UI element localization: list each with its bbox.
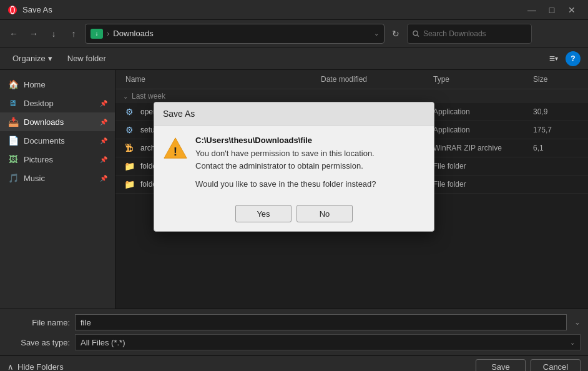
forward-button[interactable]: → <box>25 25 42 42</box>
search-box[interactable] <box>407 24 532 44</box>
sidebar-desktop-label: Desktop <box>24 99 95 108</box>
opera-icon <box>7 5 17 15</box>
desktop-pin-icon: 📌 <box>100 100 107 107</box>
save-type-value: All Files (*.*) <box>81 338 125 347</box>
app-icon: ⚙ <box>123 124 135 136</box>
maximize-button[interactable]: □ <box>543 4 561 16</box>
file-type: Application <box>431 107 531 116</box>
title-bar: Save As — □ ✕ <box>0 0 588 20</box>
hide-folders-chevron: ∧ <box>7 362 14 371</box>
sidebar-music-label: Music <box>24 174 95 183</box>
file-name-row: File name: ⌄ <box>7 314 581 330</box>
col-type[interactable]: Type <box>431 72 531 86</box>
music-pin-icon: 📌 <box>100 175 107 182</box>
view-arrow: ▾ <box>555 55 558 62</box>
file-name-label: File name: <box>7 318 70 327</box>
save-type-label: Save as type: <box>7 338 70 347</box>
section-label: Last week <box>132 92 165 101</box>
sidebar-item-documents[interactable]: 📄 Documents 📌 <box>0 131 115 150</box>
zip-icon: 🗜 <box>123 142 135 154</box>
close-button[interactable]: ✕ <box>563 4 581 16</box>
downloads-pin-icon: 📌 <box>100 119 107 126</box>
app-icon: ⚙ <box>123 106 135 118</box>
file-size: 175,7 <box>531 126 581 134</box>
help-button[interactable]: ? <box>566 51 581 66</box>
search-icon <box>413 30 419 37</box>
sidebar-downloads-label: Downloads <box>24 117 95 127</box>
address-folder-icon: ↓ <box>91 29 103 39</box>
cancel-button[interactable]: Cancel <box>531 359 581 372</box>
file-type: Application <box>431 126 531 134</box>
sidebar-home-label: Home <box>24 80 107 89</box>
address-bar[interactable]: ↓ › Downloads ⌄ <box>85 24 385 44</box>
file-dropdown-arrow[interactable]: ⌄ <box>574 318 581 327</box>
secondary-toolbar: Organize ▾ New folder ≡ ▾ ? <box>0 47 588 70</box>
desktop-icon: 🖥 <box>7 97 19 109</box>
file-type: File folder <box>431 180 531 189</box>
sidebar-item-music[interactable]: 🎵 Music 📌 <box>0 169 115 187</box>
save-type-dropdown[interactable]: All Files (*.*) ⌄ <box>75 334 581 350</box>
hide-folders-toggle[interactable]: ∧ Hide Folders <box>7 362 64 371</box>
col-name[interactable]: Name <box>123 72 318 86</box>
folder-icon: 📁 <box>123 160 135 172</box>
pictures-icon: 🖼 <box>7 154 19 165</box>
column-header-row: Name Date modified Type Size <box>115 70 588 89</box>
col-date[interactable]: Date modified <box>318 72 431 86</box>
minimize-button[interactable]: — <box>523 4 541 16</box>
file-type: WinRAR ZIP archive <box>431 144 531 152</box>
col-size[interactable]: Size <box>531 72 581 86</box>
home-icon: 🏠 <box>7 79 19 90</box>
sidebar-documents-label: Documents <box>24 136 95 146</box>
sidebar: 🏠 Home 🖥 Desktop 📌 📥 Downloads 📌 📄 Docum… <box>0 70 115 309</box>
save-type-arrow: ⌄ <box>570 339 575 346</box>
section-chevron: ⌄ <box>123 93 128 100</box>
file-size: 30,9 <box>531 107 581 116</box>
sidebar-pictures-label: Pictures <box>24 155 95 164</box>
file-type: File folder <box>431 162 531 171</box>
refresh-button[interactable]: ↻ <box>387 25 404 42</box>
save-type-row: Save as type: All Files (*.*) ⌄ <box>7 334 581 350</box>
sidebar-item-desktop[interactable]: 🖥 Desktop 📌 <box>0 94 115 112</box>
dialog-title-bar: Save As <box>154 102 434 126</box>
new-folder-button[interactable]: New folder <box>62 51 111 66</box>
back-button[interactable]: ← <box>5 25 22 42</box>
dialog-yes-button[interactable]: Yes <box>235 205 292 222</box>
dialog-msg-line1: You don't have permission to save in thi… <box>195 149 375 158</box>
organize-button[interactable]: Organize ▾ <box>7 51 57 66</box>
svg-point-0 <box>8 6 17 14</box>
sidebar-item-home[interactable]: 🏠 Home <box>0 75 115 94</box>
footer-buttons: Save Cancel <box>476 359 581 372</box>
sidebar-item-pictures[interactable]: 🖼 Pictures 📌 <box>0 150 115 169</box>
organize-arrow: ▾ <box>48 54 52 63</box>
file-name-input[interactable] <box>75 314 567 330</box>
downloads-icon: 📥 <box>7 116 19 127</box>
dialog-text: C:\Users\thesu\Downloads\file You don't … <box>195 136 425 189</box>
up-button[interactable]: ↑ <box>65 25 82 42</box>
dialog-no-button[interactable]: No <box>296 205 353 222</box>
search-input[interactable] <box>423 29 526 38</box>
sidebar-item-downloads[interactable]: 📥 Downloads 📌 <box>0 112 115 131</box>
section-last-week[interactable]: ⌄ Last week <box>115 89 588 103</box>
address-path-text: Downloads <box>113 29 370 38</box>
footer: ∧ Hide Folders Save Cancel <box>0 355 588 371</box>
music-icon: 🎵 <box>7 172 19 184</box>
folder-icon: 📁 <box>123 178 135 190</box>
view-button[interactable]: ≡ ▾ <box>547 51 561 67</box>
svg-point-2 <box>413 31 418 35</box>
address-separator: › <box>107 29 109 38</box>
title-bar-controls: — □ ✕ <box>523 4 581 16</box>
documents-icon: 📄 <box>7 135 19 146</box>
dialog-path: C:\Users\thesu\Downloads\file <box>195 136 425 145</box>
save-as-dialog: Save As ! C:\Users\thesu\Downloads\file … <box>154 102 434 232</box>
warning-icon: ! <box>163 136 188 161</box>
save-button[interactable]: Save <box>476 359 526 372</box>
svg-line-3 <box>417 34 419 36</box>
dropdown-button[interactable]: ↓ <box>45 25 62 42</box>
address-dropdown-arrow[interactable]: ⌄ <box>374 30 379 37</box>
title-bar-left: Save As <box>7 5 52 15</box>
dialog-question: Would you like to save in the thesu fold… <box>195 179 425 189</box>
dialog-body: ! C:\Users\thesu\Downloads\file You don'… <box>154 126 434 199</box>
window-title: Save As <box>22 5 52 14</box>
bottom-bar: File name: ⌄ Save as type: All Files (*.… <box>0 309 588 355</box>
view-icon: ≡ <box>549 53 555 64</box>
